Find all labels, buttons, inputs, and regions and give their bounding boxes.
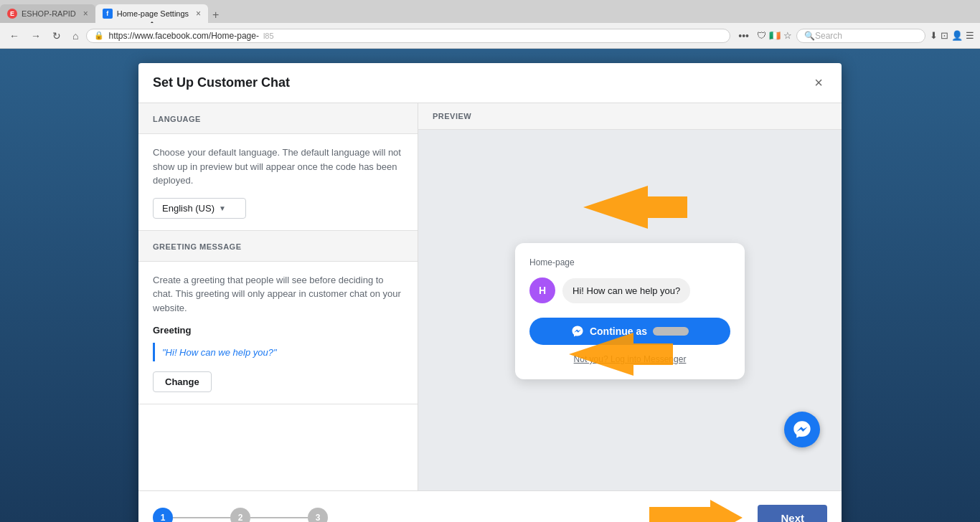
tab-favicon-1: E [7,9,17,19]
step-2-circle: 2 [230,508,250,522]
greeting-text: "Hi! How can we help you?" [162,347,277,358]
setup-customer-chat-modal: Set Up Customer Chat × LANGUAGE Choose y… [138,63,842,522]
search-placeholder: Search [815,31,842,41]
user-icon[interactable]: 👤 [951,30,963,41]
modal-overlay: Set Up Customer Chat × LANGUAGE Choose y… [0,49,980,522]
tab-label-1: ESHOP-RAPID [22,9,76,18]
download-icon[interactable]: ⬇ [930,30,938,41]
more-button[interactable]: ••• [735,29,753,43]
svg-marker-1 [576,179,691,236]
chat-widget-page-name: Home-page [529,257,730,267]
greeting-description: Create a greeting that people will see b… [153,273,403,315]
shield-icon: 🛡 [757,30,766,41]
messenger-fab[interactable] [784,412,820,447]
language-section-header: LANGUAGE [138,103,418,134]
nav-bar: ← → ↻ ⌂ 🔒 https://www.facebook.com/Home-… [0,23,980,49]
svg-marker-4 [649,500,743,522]
right-panel: PREVIEW Home-page H Hi! How can we help … [418,103,842,490]
sidebar-icon[interactable]: ⊡ [941,30,948,41]
modal-footer: 1 2 3 Next [138,490,842,522]
chat-widget-preview: Home-page H Hi! How can we help you? Con… [515,243,745,379]
next-button[interactable]: Next [758,505,827,523]
footer-right: Next [646,500,827,522]
address-text: https://www.facebook.com/Home-page- [108,31,258,41]
language-section-title: LANGUAGE [153,115,201,123]
chat-widget-message-row: H Hi! How can we help you? [529,277,730,303]
tab-bar: E ESHOP-RAPID × f Home-page Settings × H… [0,0,980,23]
home-button[interactable]: ⌂ [69,29,82,43]
change-greeting-button[interactable]: Change [153,371,212,392]
tab-close-1[interactable]: × [83,9,88,19]
back-button[interactable]: ← [6,29,23,43]
tab-favicon-2: f [103,9,113,19]
step-1-label: 1 [161,513,166,522]
security-icon: 🔒 [94,31,104,40]
language-section-body: Choose your default language. The defaul… [138,134,418,230]
tab-eshop-rapid[interactable]: E ESHOP-RAPID × [0,4,95,23]
modal-title: Set Up Customer Chat [153,75,290,90]
step-1-circle: 1 [153,508,173,522]
step-2-label: 2 [238,513,243,522]
language-description: Choose your default language. The defaul… [153,146,403,188]
greeting-section-header: GREETING MESSAGE [138,231,418,262]
svg-marker-2 [583,186,687,229]
greeting-section-body: Create a greeting that people will see b… [138,262,418,404]
search-icon: 🔍 [804,31,815,41]
language-dropdown[interactable]: English (US) ▼ [153,198,246,219]
step-line-1 [173,517,230,518]
tab-label-2: Home-page Settings [117,9,189,18]
steps-container: 1 2 3 [153,508,328,522]
greeting-section: GREETING MESSAGE Create a greeting that … [138,231,418,405]
browser-chrome: E ESHOP-RAPID × f Home-page Settings × H… [0,0,980,49]
not-you-link[interactable]: Not you? Log into Messenger [574,354,687,364]
menu-icon[interactable]: ☰ [966,30,974,41]
refresh-button[interactable]: ↻ [49,29,65,43]
language-section: LANGUAGE Choose your default language. T… [138,103,418,231]
greeting-text-box: "Hi! How can we help you?" [153,343,403,361]
step-3-label: 3 [316,513,321,522]
modal-body: LANGUAGE Choose your default language. T… [138,103,842,490]
star-icon: ☆ [783,30,792,41]
modal-header: Set Up Customer Chat × [138,63,842,103]
address-bar[interactable]: 🔒 https://www.facebook.com/Home-page- l8… [86,29,730,43]
tab-homepage-settings[interactable]: f Home-page Settings × Home-page Setting… [95,4,208,23]
right-nav-icons: ⬇ ⊡ 👤 ☰ [930,30,974,41]
messenger-icon [571,325,584,338]
continue-as-button[interactable]: Continue as [529,318,730,345]
chat-bubble: Hi! How can we help you? [562,278,690,303]
greeting-label: Greeting [153,325,403,336]
greeting-section-title: GREETING MESSAGE [153,242,242,251]
language-value: English (US) [162,203,215,214]
search-bar[interactable]: 🔍 Search [796,29,925,43]
step-3-circle: 3 [308,508,328,522]
flag-icon: 🇮🇪 [769,30,781,41]
left-panel: LANGUAGE Choose your default language. T… [138,103,418,490]
username-pill [653,327,689,336]
step-line-2 [250,517,308,518]
modal-close-button[interactable]: × [810,73,827,92]
nav-icons: 🛡 🇮🇪 ☆ [757,30,792,41]
chat-avatar: H [529,277,555,303]
messenger-fab-icon [792,419,812,440]
tab-close-2[interactable]: × [196,9,201,19]
new-tab-button[interactable]: + [208,9,223,22]
address-suffix: l85 [263,32,274,40]
arrow-next [646,500,746,522]
continue-as-label: Continue as [590,326,647,337]
forward-button[interactable]: → [27,29,44,43]
dropdown-arrow-icon: ▼ [219,204,226,212]
arrow-language [576,179,691,236]
preview-label: PREVIEW [418,103,842,130]
